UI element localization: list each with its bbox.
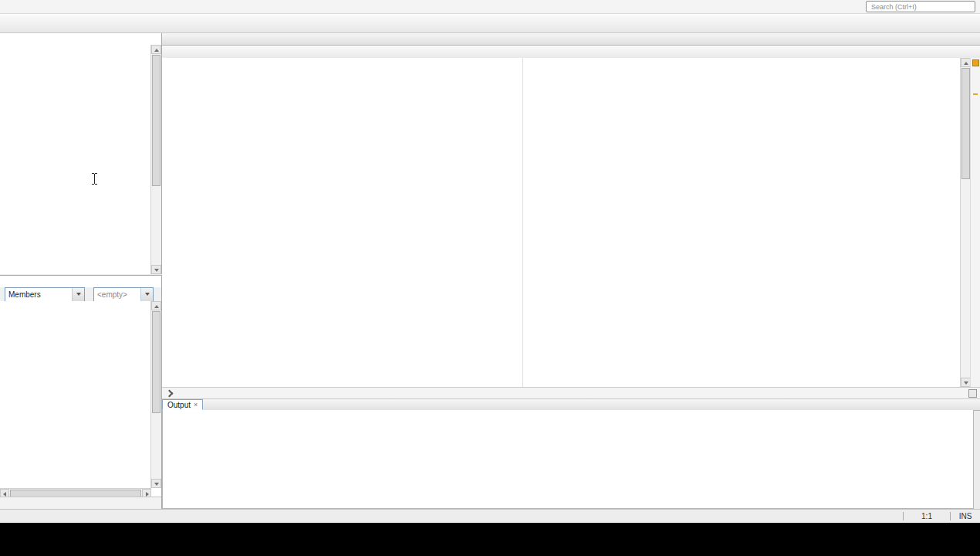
editor-toolbar xyxy=(162,46,980,59)
chevron-down-icon xyxy=(72,288,84,301)
output-tab-row: Output xyxy=(162,399,980,411)
navigator-filter-toolbar xyxy=(0,497,161,510)
scroll-up-icon[interactable] xyxy=(151,45,161,54)
scroll-up-icon[interactable] xyxy=(151,301,161,310)
navigator-view-select[interactable]: Members xyxy=(5,287,85,302)
menu-bar xyxy=(0,0,980,14)
text-limit-line xyxy=(522,58,523,387)
scrollbar-thumb[interactable] xyxy=(152,55,161,186)
search-placeholder: Search (Ctrl+I) xyxy=(871,3,917,11)
breadcrumb-chevron-icon[interactable] xyxy=(166,389,174,397)
output-tab-label: Output xyxy=(167,401,191,409)
navigator-members-tree xyxy=(0,301,151,488)
main-toolbar xyxy=(0,14,980,33)
error-stripe-status-icon[interactable] xyxy=(972,59,979,66)
output-panel[interactable] xyxy=(162,410,974,509)
editor-tab-row xyxy=(162,33,980,46)
projects-scrollbar[interactable] xyxy=(150,45,161,274)
warning-mark-icon[interactable] xyxy=(973,93,978,95)
error-stripe[interactable] xyxy=(970,58,980,387)
scrollbar-thumb[interactable] xyxy=(961,68,970,179)
caret-position: 1:1 xyxy=(908,512,945,520)
quick-search-field[interactable]: Search (Ctrl+I) xyxy=(866,1,975,12)
navigator-panel: Members <empty> xyxy=(0,275,162,510)
scroll-down-icon[interactable] xyxy=(151,479,161,488)
scrollbar-thumb[interactable] xyxy=(152,311,161,413)
breadcrumb-bar xyxy=(162,387,980,399)
navigator-scrollbar[interactable] xyxy=(150,301,161,488)
editor[interactable] xyxy=(162,58,980,387)
projects-panel xyxy=(0,33,162,274)
close-icon[interactable] xyxy=(194,402,198,409)
netbeans-window: Search (Ctrl+I) Members <empty> xyxy=(0,0,980,523)
projects-tree xyxy=(0,45,151,274)
chevron-down-icon xyxy=(140,288,153,301)
navigator-filter-value: <empty> xyxy=(97,290,127,299)
status-bar: 1:1 INS xyxy=(0,509,980,523)
editor-scrollbar[interactable] xyxy=(960,58,971,387)
navigator-view-value: Members xyxy=(8,290,41,299)
scroll-down-icon[interactable] xyxy=(151,265,161,274)
tab-output[interactable]: Output xyxy=(162,399,203,410)
insert-mode-indicator: INS xyxy=(955,512,975,520)
navigator-filters: Members <empty> xyxy=(0,287,161,302)
collapse-breadcrumb-icon[interactable] xyxy=(968,389,977,398)
navigator-filter-input[interactable]: <empty> xyxy=(93,287,154,302)
